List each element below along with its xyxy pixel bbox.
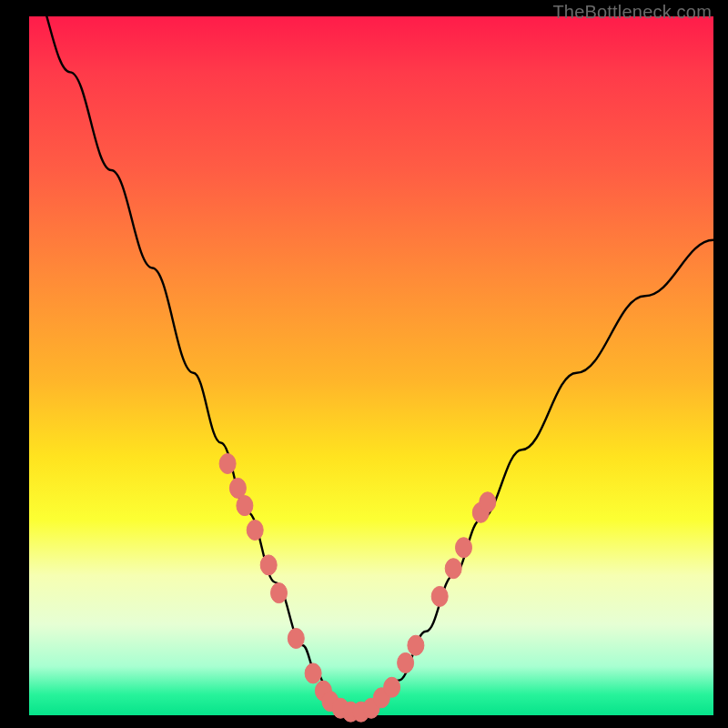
bead-marker xyxy=(219,454,236,474)
bead-marker xyxy=(260,555,277,575)
bead-marker xyxy=(288,629,304,649)
bead-marker xyxy=(480,492,496,512)
curve-layer xyxy=(29,0,713,715)
watermark-text: TheBottleneck.com xyxy=(552,2,712,23)
outer-frame: TheBottleneck.com xyxy=(0,0,728,728)
bead-marker xyxy=(305,663,321,683)
bead-marker xyxy=(456,538,472,558)
bead-marker xyxy=(408,635,424,655)
bead-marker xyxy=(271,583,288,603)
bead-marker xyxy=(384,677,400,697)
plot-area xyxy=(29,16,713,715)
bead-marker xyxy=(431,586,448,606)
bottleneck-curve xyxy=(29,0,713,715)
bead-markers xyxy=(219,454,496,723)
chart-svg xyxy=(29,16,713,715)
bead-marker xyxy=(445,559,461,579)
bead-marker xyxy=(247,521,263,541)
bead-marker xyxy=(237,496,253,516)
bead-marker xyxy=(229,478,246,498)
bead-marker xyxy=(398,652,414,672)
